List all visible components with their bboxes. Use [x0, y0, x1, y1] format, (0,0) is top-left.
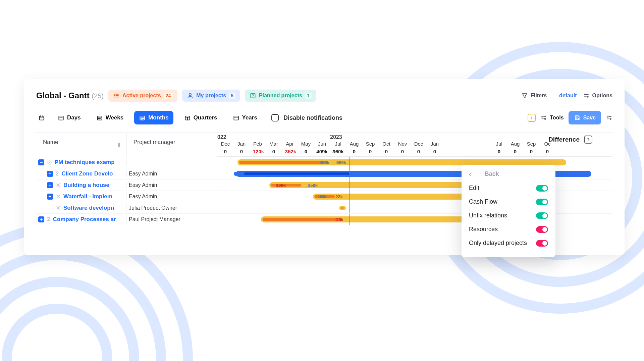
- default-filter-link[interactable]: default: [559, 93, 577, 99]
- project-link[interactable]: Client Zone Develo: [61, 170, 113, 177]
- question-square-icon: ?: [250, 92, 256, 99]
- cash-cell: 0: [539, 147, 555, 156]
- cash-cell: 0: [346, 147, 362, 156]
- svg-point-52: [610, 118, 611, 119]
- toggle-switch[interactable]: [536, 226, 548, 233]
- cash-cell: [443, 147, 459, 156]
- filters-button[interactable]: Filters: [521, 92, 547, 99]
- svg-point-34: [141, 118, 142, 119]
- disable-notifications-label: Disable notifications: [283, 114, 342, 121]
- gantt-bar-progress: [263, 218, 341, 221]
- header-row: Global - Gantt (25) Active projects 24 M…: [36, 90, 612, 102]
- tools-button[interactable]: Tools: [540, 114, 564, 121]
- user-icon: [187, 92, 194, 99]
- collapse-button[interactable]: −: [38, 159, 44, 165]
- popover-item-label: Edit: [469, 185, 479, 192]
- expand-button[interactable]: +: [38, 216, 44, 222]
- row-name-cell: +2Company Processes ar: [36, 216, 127, 223]
- row-name-cell: −⊘PM techniques examp: [36, 159, 127, 166]
- difference-column: Difference ?: [548, 136, 592, 144]
- svg-point-6: [0, 255, 161, 361]
- svg-point-38: [142, 119, 143, 119]
- options-button[interactable]: Options: [583, 92, 612, 99]
- svg-point-37: [141, 119, 142, 119]
- help-icon[interactable]: ?: [584, 136, 592, 144]
- timeline-header: Difference ? 022 2023 DecJanFebMarAprMay…: [217, 133, 612, 157]
- status-x-icon: ✕: [56, 204, 61, 212]
- sliders-icon: [540, 114, 547, 121]
- chip-planned-projects[interactable]: ? Planned projects 1: [245, 90, 316, 102]
- list-icon: [113, 92, 120, 99]
- expand-button[interactable]: +: [47, 171, 53, 177]
- zoom-days[interactable]: Days: [53, 111, 86, 124]
- expand-button[interactable]: +: [47, 182, 53, 188]
- cash-cell: 0: [507, 147, 523, 156]
- svg-rect-25: [59, 116, 63, 120]
- popover-back[interactable]: ‹ Back: [469, 170, 548, 178]
- project-link[interactable]: PM techniques examp: [55, 159, 115, 166]
- toggle-switch[interactable]: [536, 199, 548, 205]
- popover-item-label: Only delayed projects: [469, 240, 527, 247]
- svg-point-50: [607, 116, 608, 117]
- year-label-left: 022: [217, 134, 233, 140]
- svg-point-17: [584, 94, 585, 95]
- month-cell: Sep: [523, 140, 539, 147]
- cash-cell: 0: [266, 147, 282, 156]
- project-link[interactable]: Software developn: [63, 205, 114, 211]
- project-link[interactable]: Building a house: [63, 182, 109, 189]
- bar-value-label: 250k: [308, 183, 318, 188]
- chip-my-projects[interactable]: My projects 5: [182, 90, 240, 102]
- row-pm-cell: Paul Project Manager: [127, 216, 217, 222]
- bar-connector[interactable]: [234, 172, 238, 176]
- expand-button[interactable]: +: [47, 194, 53, 200]
- zoom-quarters[interactable]: Quarters: [179, 111, 222, 124]
- bar-value-label: -22k: [334, 194, 343, 199]
- month-cell: Aug: [346, 140, 362, 147]
- row-name-cell: ✕Software developn: [36, 204, 127, 212]
- zoom-months[interactable]: Months: [134, 111, 173, 124]
- today-line: [349, 179, 350, 191]
- row-name-cell: +2Client Zone Develo: [36, 170, 127, 177]
- svg-rect-21: [39, 116, 44, 120]
- svg-point-46: [545, 118, 546, 119]
- today-line: [349, 202, 350, 213]
- status-x-icon: ✕: [56, 193, 61, 200]
- zoom-weeks[interactable]: Weeks: [92, 111, 128, 124]
- status-x-icon: ✕: [56, 182, 61, 189]
- save-button[interactable]: Save: [569, 111, 601, 124]
- svg-point-36: [143, 118, 144, 119]
- gantt-milestone[interactable]: [339, 206, 346, 210]
- svg-point-35: [142, 118, 143, 119]
- month-cell: May: [298, 140, 314, 147]
- column-pm[interactable]: Project manager: [127, 133, 217, 157]
- funnel-icon: [521, 92, 528, 99]
- chip-active-projects[interactable]: Active projects 24: [108, 90, 177, 102]
- more-sliders-icon[interactable]: [606, 114, 612, 121]
- disable-notifications-checkbox[interactable]: [271, 114, 279, 121]
- calendar-blank-icon: [38, 114, 45, 121]
- calendar-year-icon: [233, 114, 239, 121]
- sort-icon[interactable]: ▲▼: [117, 142, 121, 148]
- project-link[interactable]: Waterfall - Implem: [63, 193, 112, 200]
- cash-cell: -120k: [250, 147, 266, 156]
- today-line: [349, 157, 350, 168]
- column-name[interactable]: Name ▲▼: [36, 133, 127, 157]
- info-button[interactable]: i: [528, 114, 536, 122]
- month-cell: Jan: [427, 140, 443, 147]
- svg-rect-42: [234, 116, 238, 120]
- tools-popover: ‹ Back EditCash FlowUnfix relationsResou…: [462, 165, 555, 257]
- fit-button[interactable]: [36, 111, 47, 124]
- popover-item-label: Unfix relations: [469, 212, 507, 219]
- cash-cell: 0: [378, 147, 394, 156]
- svg-rect-49: [576, 118, 578, 120]
- toggle-switch[interactable]: [536, 240, 548, 247]
- project-link[interactable]: Company Processes ar: [53, 216, 116, 223]
- toggle-switch[interactable]: [536, 185, 548, 192]
- cash-cell: 0: [362, 147, 378, 156]
- bar-value-label: 380k: [336, 160, 346, 165]
- toggle-switch[interactable]: [536, 212, 548, 219]
- gantt-card: Global - Gantt (25) Active projects 24 M…: [24, 79, 625, 255]
- zoom-years[interactable]: Years: [228, 111, 262, 124]
- cash-cell: -352k: [282, 147, 298, 156]
- cash-cell: 0: [523, 147, 539, 156]
